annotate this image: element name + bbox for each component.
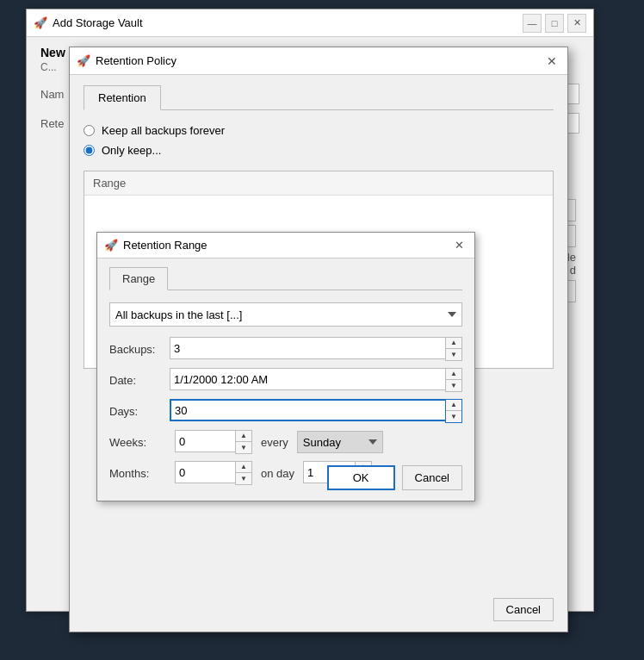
weeks-down-button[interactable]: ▼ (236, 442, 251, 453)
retention-tab-bar: Retention (84, 85, 554, 110)
retention-range-body: Range All backups in the last [...] Most… (97, 258, 474, 501)
days-spinners: ▲ ▼ (445, 399, 462, 423)
range-header: Range (84, 171, 553, 196)
bg-window-title: 🚀 Add Storage Vault (34, 16, 143, 29)
retention-close-button[interactable]: ✕ (543, 53, 560, 70)
weeks-label: Weeks: (109, 436, 170, 449)
date-up-button[interactable]: ▲ (446, 369, 461, 380)
bg-rocket-icon: 🚀 (34, 16, 47, 29)
retention-range-close-button[interactable]: ✕ (450, 237, 468, 254)
days-input-wrap: ▲ ▼ (170, 399, 462, 423)
keep-forever-label: Keep all backups forever (102, 124, 225, 137)
weeks-input-wrap: ▲ ▼ (175, 430, 252, 454)
retention-range-titlebar: 🚀 Retention Range ✕ (97, 233, 474, 258)
date-down-button[interactable]: ▼ (446, 380, 461, 391)
days-input[interactable] (170, 399, 445, 421)
days-label: Days: (109, 405, 170, 418)
weeks-input[interactable] (175, 430, 235, 452)
days-up-button[interactable]: ▲ (446, 400, 461, 411)
bg-window-titlebar: 🚀 Add Storage Vault — □ ✕ (27, 9, 593, 37)
retention-title-text: Retention Policy (96, 54, 176, 67)
retention-range-title-text: Retention Range (123, 239, 207, 252)
range-inner-area: 🚀 Retention Range ✕ Range All backups in (84, 196, 553, 368)
day-of-week-dropdown[interactable]: Sunday Monday Tuesday Wednesday Thursday… (297, 431, 383, 453)
retention-title: 🚀 Retention Policy (77, 54, 176, 67)
only-keep-option[interactable]: Only keep... (84, 144, 554, 157)
retention-range-footer: OK Cancel (327, 465, 462, 490)
months-spinners: ▲ ▼ (235, 461, 252, 485)
range-type-dropdown[interactable]: All backups in the last [...] Most recen… (109, 302, 462, 327)
range-tab-bar: Range (109, 267, 462, 290)
on-day-label: on day (257, 467, 298, 480)
bg-close-button[interactable]: ✕ (567, 14, 586, 33)
retention-range-title: 🚀 Retention Range (104, 239, 207, 252)
backups-up-button[interactable]: ▲ (446, 338, 461, 349)
every-label: every (257, 436, 292, 449)
range-type-row: All backups in the last [...] Most recen… (109, 302, 462, 327)
retention-rocket-icon: 🚀 (77, 54, 90, 67)
bg-minimize-button[interactable]: — (523, 14, 542, 33)
date-label: Date: (109, 374, 170, 387)
bg-maximize-button[interactable]: □ (545, 14, 564, 33)
weeks-row: Weeks: ▲ ▼ every Sunday (109, 430, 462, 454)
months-input-wrap: ▲ ▼ (175, 461, 252, 485)
months-down-button[interactable]: ▼ (236, 473, 251, 484)
months-input[interactable] (175, 461, 235, 483)
only-keep-radio[interactable] (84, 145, 95, 156)
months-up-button[interactable]: ▲ (236, 462, 251, 473)
months-label: Months: (109, 467, 170, 480)
retention-titlebar: 🚀 Retention Policy ✕ (70, 47, 567, 75)
backups-row: Backups: ▲ ▼ (109, 337, 462, 361)
retention-cancel-button[interactable]: Cancel (493, 598, 554, 621)
days-down-button[interactable]: ▼ (446, 411, 461, 422)
date-input[interactable] (170, 368, 445, 390)
retention-policy-modal: 🚀 Retention Policy ✕ Retention Keep all … (69, 47, 568, 632)
bg-window-controls: — □ ✕ (523, 14, 586, 33)
date-input-wrap: ▲ ▼ (170, 368, 462, 392)
retention-options: Keep all backups forever Only keep... (84, 124, 554, 157)
backups-input[interactable] (170, 337, 445, 359)
date-spinners: ▲ ▼ (445, 368, 462, 392)
backups-label: Backups: (109, 343, 170, 356)
bg-window-title-text: Add Storage Vault (53, 16, 143, 29)
weeks-spinners: ▲ ▼ (235, 430, 252, 454)
backups-spinners: ▲ ▼ (445, 337, 462, 361)
days-row: Days: ▲ ▼ (109, 399, 462, 423)
backups-down-button[interactable]: ▼ (446, 349, 461, 360)
retention-tab[interactable]: Retention (84, 85, 161, 110)
range-tab[interactable]: Range (109, 267, 168, 290)
backups-input-wrap: ▲ ▼ (170, 337, 462, 361)
range-container: Range 🚀 Retention Range ✕ Range (84, 171, 554, 369)
weeks-up-button[interactable]: ▲ (236, 431, 251, 442)
keep-forever-option[interactable]: Keep all backups forever (84, 124, 554, 137)
retention-modal-footer: Cancel (70, 598, 567, 621)
retention-modal-body: Retention Keep all backups forever Only … (70, 75, 567, 379)
retention-range-dialog: 🚀 Retention Range ✕ Range All backups in (96, 232, 475, 501)
date-row: Date: ▲ ▼ (109, 368, 462, 392)
only-keep-label: Only keep... (102, 144, 161, 157)
range-rocket-icon: 🚀 (104, 239, 118, 252)
ok-button[interactable]: OK (327, 465, 395, 490)
range-cancel-button[interactable]: Cancel (402, 465, 462, 490)
keep-forever-radio[interactable] (84, 125, 95, 136)
